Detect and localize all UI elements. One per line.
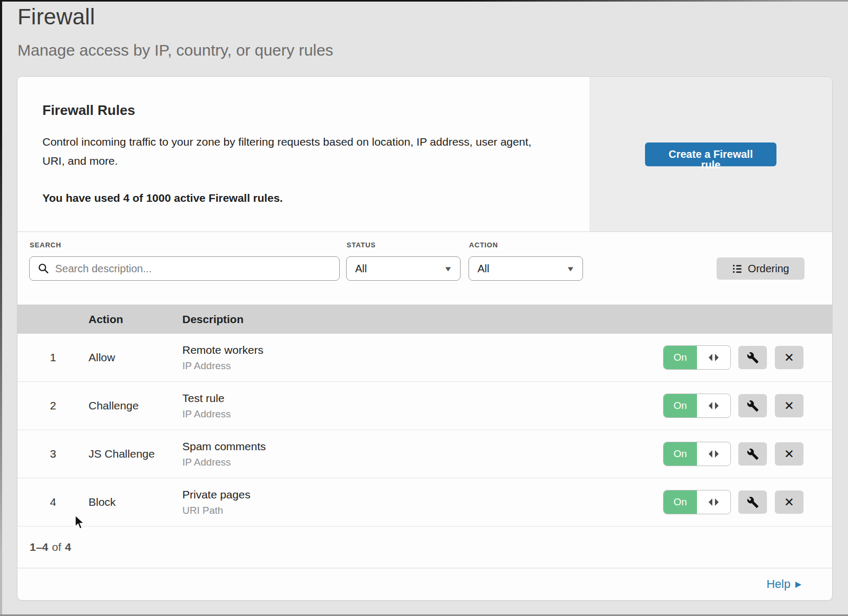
edit-rule-button[interactable] <box>738 442 767 466</box>
toggle-handle-arrows-icon[interactable] <box>697 394 730 417</box>
ordered-list-icon <box>732 263 743 274</box>
rule-controls: On ✕ <box>664 490 832 514</box>
rule-action: Allow <box>89 351 182 364</box>
rule-controls: On ✕ <box>664 442 832 466</box>
pagination-summary: 1–4 of 4 <box>17 526 832 568</box>
page-title: Firewall <box>17 4 95 30</box>
delete-rule-button[interactable]: ✕ <box>775 346 803 369</box>
card-footer: Help ▶ <box>17 568 832 600</box>
delete-rule-button[interactable]: ✕ <box>775 490 803 514</box>
rule-action: JS Challenge <box>89 448 182 460</box>
help-link[interactable]: Help ▶ <box>766 577 801 591</box>
rule-priority: 2 <box>17 399 89 412</box>
action-column-header: Action <box>89 313 182 326</box>
toggle-handle-arrows-icon[interactable] <box>697 490 730 514</box>
status-select[interactable]: All ▼ <box>346 256 461 281</box>
rule-match-type: IP Address <box>182 457 664 468</box>
rule-enabled-toggle[interactable]: On <box>664 442 730 466</box>
table-row: 3 JS Challenge Spam comments IP Address … <box>17 430 832 478</box>
status-label: STATUS <box>347 241 376 249</box>
edit-rule-button[interactable] <box>738 346 767 369</box>
rule-description-cell: Spam comments IP Address <box>182 440 664 468</box>
rule-priority: 3 <box>17 448 89 460</box>
table-row: 1 Allow Remote workers IP Address On ✕ <box>17 334 832 382</box>
wrench-icon <box>747 496 759 508</box>
rule-action: Block <box>89 496 182 508</box>
close-icon: ✕ <box>784 447 794 461</box>
close-icon: ✕ <box>784 351 794 365</box>
rule-match-type: IP Address <box>182 360 664 372</box>
pagination-total: 4 <box>65 541 72 553</box>
rule-controls: On ✕ <box>664 394 832 417</box>
rule-enabled-toggle[interactable]: On <box>664 490 730 514</box>
rule-description: Private pages <box>182 488 664 501</box>
toggle-handle-arrows-icon[interactable] <box>697 442 730 466</box>
ordering-button-label: Ordering <box>748 263 789 275</box>
rule-description-cell: Remote workers IP Address <box>182 344 664 372</box>
search-field-wrap <box>29 256 340 281</box>
search-input[interactable] <box>29 256 340 281</box>
table-row: 4 Block Private pages URI Path On ✕ <box>17 478 832 526</box>
rule-description-cell: Test rule IP Address <box>182 392 664 420</box>
search-icon <box>38 263 49 274</box>
rule-controls: On ✕ <box>664 346 832 369</box>
toggle-on-label: On <box>664 346 697 369</box>
page-subtitle: Manage access by IP, country, or query r… <box>17 41 333 59</box>
toggle-on-label: On <box>664 490 697 514</box>
table-row: 2 Challenge Test rule IP Address On ✕ <box>17 382 832 430</box>
card-description: Control incoming traffic to your zone by… <box>42 132 543 171</box>
create-firewall-rule-button[interactable]: Create a Firewall rule <box>645 142 776 166</box>
rule-match-type: URI Path <box>182 505 664 516</box>
rule-description: Remote workers <box>182 344 664 356</box>
ordering-button[interactable]: Ordering <box>717 257 805 280</box>
intro-text: Firewall Rules Control incoming traffic … <box>42 102 572 204</box>
action-select[interactable]: All ▼ <box>469 256 583 281</box>
close-icon: ✕ <box>784 399 794 413</box>
usage-summary: You have used 4 of 1000 active Firewall … <box>42 192 572 204</box>
delete-rule-button[interactable]: ✕ <box>775 394 803 417</box>
search-label: SEARCH <box>30 241 61 249</box>
description-column-header: Description <box>182 313 832 326</box>
pagination-range: 1–4 <box>30 541 48 553</box>
wrench-icon <box>747 352 759 364</box>
card-intro-section: Firewall Rules Control incoming traffic … <box>17 77 832 232</box>
rule-priority: 4 <box>17 496 89 508</box>
rule-action: Challenge <box>89 399 182 412</box>
close-icon: ✕ <box>784 495 794 510</box>
delete-rule-button[interactable]: ✕ <box>775 442 803 466</box>
edit-rule-button[interactable] <box>738 394 767 417</box>
rule-enabled-toggle[interactable]: On <box>664 394 730 417</box>
toggle-on-label: On <box>664 394 697 417</box>
rule-description: Spam comments <box>182 440 664 453</box>
rule-priority: 1 <box>17 351 89 364</box>
rule-match-type: IP Address <box>182 408 664 420</box>
chevron-down-icon: ▼ <box>566 265 575 273</box>
toggle-on-label: On <box>664 442 697 466</box>
screen-left-edge <box>0 0 2 616</box>
card-heading: Firewall Rules <box>42 102 572 119</box>
rule-enabled-toggle[interactable]: On <box>664 346 730 369</box>
wrench-icon <box>747 448 759 460</box>
status-selected-value: All <box>355 263 445 275</box>
chevron-down-icon: ▼ <box>444 265 453 273</box>
toggle-handle-arrows-icon[interactable] <box>697 346 730 369</box>
create-rule-panel: Create a Firewall rule <box>589 77 832 231</box>
edit-rule-button[interactable] <box>738 490 767 514</box>
screen-top-edge <box>0 0 848 2</box>
help-arrow-icon: ▶ <box>795 579 801 589</box>
pagination-of: of <box>52 541 61 553</box>
wrench-icon <box>747 400 759 412</box>
rule-description-cell: Private pages URI Path <box>182 488 664 516</box>
table-header: Action Description <box>17 305 832 334</box>
filters-bar: SEARCH STATUS ACTION All ▼ All ▼ <box>17 232 832 305</box>
firewall-rules-card: Firewall Rules Control incoming traffic … <box>17 77 832 600</box>
action-label: ACTION <box>469 241 498 249</box>
action-selected-value: All <box>478 263 567 275</box>
rule-description: Test rule <box>182 392 664 405</box>
help-label: Help <box>766 577 790 591</box>
